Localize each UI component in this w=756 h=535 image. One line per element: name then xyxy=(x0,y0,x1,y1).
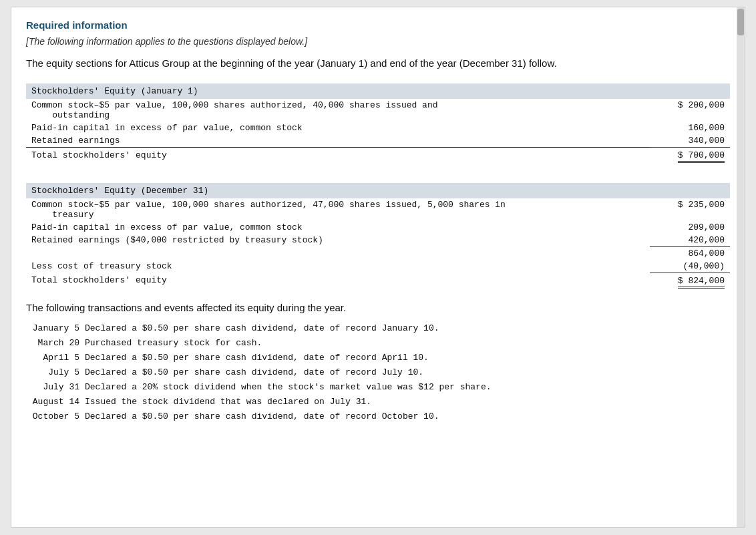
transaction-text: Purchased treasury stock for cash. xyxy=(85,336,730,351)
total-row: Total stockholders' equity $ 824,000 xyxy=(26,273,730,290)
row-amount: 420,000 xyxy=(650,234,730,247)
transactions-title: The following transactions and events af… xyxy=(26,302,730,313)
less-label: Less cost of treasury stock xyxy=(26,260,650,273)
row-label: Common stock–$5 par value, 100,000 share… xyxy=(26,198,650,221)
transactions-list: January 5 Declared a $0.50 per share cas… xyxy=(26,321,730,425)
transaction-text: Declared a $0.50 per share cash dividend… xyxy=(85,321,730,336)
transaction-date: August 14 xyxy=(26,395,79,409)
table-row: Common stock–$5 par value, 100,000 share… xyxy=(26,198,730,221)
transaction-text: Declared a $0.50 per share cash dividend… xyxy=(85,351,730,365)
table-row: Paid-in capital in excess of par value, … xyxy=(26,221,730,234)
total-row: Total stockholders' equity $ 700,000 xyxy=(26,147,730,164)
transactions-section: The following transactions and events af… xyxy=(26,302,730,425)
total-amount: $ 700,000 xyxy=(650,147,730,164)
transaction-date: July 5 xyxy=(26,365,79,380)
january-section-header: Stockholders' Equity (January 1) xyxy=(26,83,730,99)
row-amount: 209,000 xyxy=(650,221,730,234)
row-amount: 160,000 xyxy=(650,122,730,134)
row-label: Common stock–$5 par value, 100,000 share… xyxy=(26,99,650,122)
row-amount: 340,000 xyxy=(650,134,730,148)
total-label: Total stockholders' equity xyxy=(26,147,650,164)
list-item: April 5 Declared a $0.50 per share cash … xyxy=(26,351,730,365)
table-row: 864,000 xyxy=(26,246,730,260)
transaction-date: July 31 xyxy=(26,380,79,395)
total-label: Total stockholders' equity xyxy=(26,273,650,290)
list-item: July 31 Declared a 20% stock dividend wh… xyxy=(26,380,730,395)
transaction-text: Declared a $0.50 per share cash dividend… xyxy=(85,409,730,424)
row-label: Paid-in capital in excess of par value, … xyxy=(26,122,650,134)
row-label xyxy=(26,246,650,260)
december-section-header: Stockholders' Equity (December 31) xyxy=(26,183,730,198)
list-item: August 14 Issued the stock dividend that… xyxy=(26,395,730,409)
table-row: Common stock–$5 par value, 100,000 share… xyxy=(26,99,730,122)
transaction-text: Declared a 20% stock dividend when the s… xyxy=(85,380,730,395)
row-amount: $ 235,000 xyxy=(650,198,730,221)
main-description: The equity sections for Atticus Group at… xyxy=(26,56,730,71)
list-item: July 5 Declared a $0.50 per share cash d… xyxy=(26,365,730,380)
row-label: Retained earnings ($40,000 restricted by… xyxy=(26,234,650,247)
table-row: Retained earnings ($40,000 restricted by… xyxy=(26,234,730,247)
italics-note: [The following information applies to th… xyxy=(26,36,730,47)
transaction-date: April 5 xyxy=(26,351,79,365)
transaction-date: January 5 xyxy=(26,321,79,336)
list-item: March 20 Purchased treasury stock for ca… xyxy=(26,336,730,351)
less-amount: (40,000) xyxy=(650,260,730,273)
transaction-text: Issued the stock dividend that was decla… xyxy=(85,395,730,409)
december-equity-table: Stockholders' Equity (December 31) Commo… xyxy=(26,183,730,290)
row-amount: $ 200,000 xyxy=(650,99,730,122)
scrollbar[interactable] xyxy=(737,7,745,527)
row-label: Retained earnings xyxy=(26,134,650,148)
table-row: Paid-in capital in excess of par value, … xyxy=(26,122,730,134)
list-item: January 5 Declared a $0.50 per share cas… xyxy=(26,321,730,336)
transaction-date: March 20 xyxy=(26,336,79,351)
required-title: Required information xyxy=(26,19,730,31)
transaction-text: Declared a $0.50 per share cash dividend… xyxy=(85,365,730,380)
total-amount: $ 824,000 xyxy=(650,273,730,290)
transaction-date: October 5 xyxy=(26,409,79,424)
row-label: Paid-in capital in excess of par value, … xyxy=(26,221,650,234)
page-container: Required information [The following info… xyxy=(11,7,745,528)
table-row: Retained earnings 340,000 xyxy=(26,134,730,148)
january-equity-table: Stockholders' Equity (January 1) Common … xyxy=(26,83,730,164)
table-row: Less cost of treasury stock (40,000) xyxy=(26,260,730,273)
scrollbar-thumb[interactable] xyxy=(737,9,744,35)
row-amount: 864,000 xyxy=(650,246,730,260)
list-item: October 5 Declared a $0.50 per share cas… xyxy=(26,409,730,424)
